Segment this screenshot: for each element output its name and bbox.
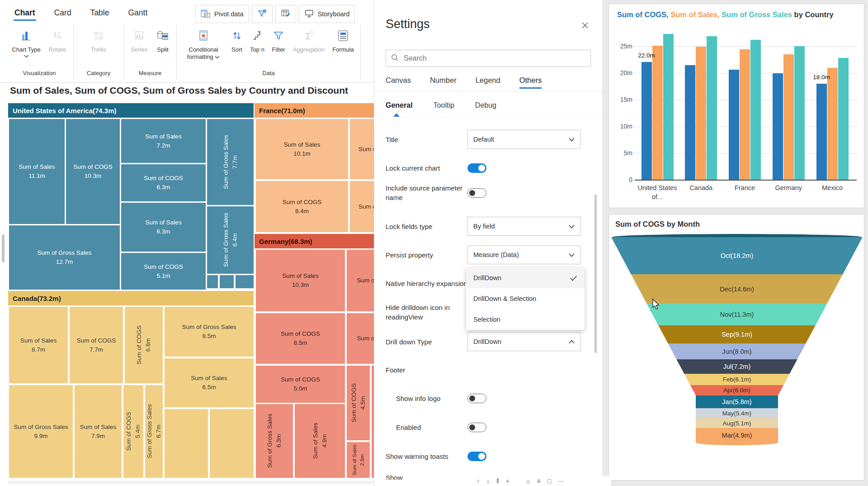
treemap-cell[interactable]: Sum of Sales 7.9m (75, 385, 122, 478)
treemap-cell[interactable] (165, 409, 208, 478)
settings-scrollbar[interactable] (594, 195, 597, 353)
treemap-horizontal-scrollbar[interactable] (8, 481, 378, 484)
ribbon-button-split[interactable]: Split (152, 28, 173, 53)
dropdown-drill-down-type[interactable]: DrillDown (467, 332, 580, 351)
treemap-cell[interactable]: Sum of Gross Sales 8.5m (165, 307, 254, 357)
up-arrow-icon[interactable]: ↑ (476, 478, 480, 484)
treemap-cell[interactable]: Sum of COGS 5.0m (256, 366, 345, 403)
ribbon-tab-card[interactable]: Card (53, 8, 72, 21)
treemap-cell[interactable]: Sum of COGS 4.5m (347, 366, 370, 440)
settings-subtab-debug[interactable]: Debug (475, 101, 496, 110)
bar-sum-of-cogs[interactable] (729, 70, 739, 180)
treemap-cell[interactable]: Sum of Sales 7.2m (121, 119, 206, 163)
treemap-cell[interactable]: Sum of Sales 10.1m (256, 119, 348, 179)
bar-sum-of-gross-sales[interactable] (838, 58, 849, 180)
treemap-cell[interactable] (236, 275, 254, 288)
bar-sum-of-cogs[interactable] (816, 84, 827, 180)
more-icon[interactable]: ⋯ (558, 478, 564, 484)
bar-sum-of-gross-sales[interactable] (707, 36, 717, 180)
funnel-segment-aug[interactable]: Aug(5.1m) (611, 418, 863, 428)
settings-tab-legend[interactable]: Legend (476, 76, 500, 89)
close-icon[interactable] (581, 21, 589, 31)
bar-sum-of-sales[interactable] (827, 68, 838, 180)
toggle-include-source-parameter-name[interactable] (467, 188, 486, 198)
treemap-cell[interactable]: Sum of COGS 5.1m (121, 253, 206, 290)
settings-tab-number[interactable]: Number (430, 76, 457, 89)
bar-sum-of-cogs[interactable] (685, 65, 695, 180)
bar-sum-of-gross-sales[interactable] (794, 46, 805, 180)
funnel-segment-apr[interactable]: Apr(6.0m) (611, 385, 863, 395)
funnel-segment-sep[interactable]: Sep(9.1m) (611, 325, 863, 343)
bar-sum-of-gross-sales[interactable] (750, 40, 761, 180)
plus-icon[interactable]: + (506, 478, 509, 484)
search-input[interactable] (403, 54, 586, 63)
ribbon-button-top-n[interactable]: Top n (247, 28, 268, 53)
dropdown-title[interactable]: Default (467, 130, 580, 149)
treemap-cell[interactable]: Sum of COGS 6.8m (125, 307, 163, 383)
treemap-cell[interactable]: Sum of Gross Sales 12.7m (9, 225, 120, 290)
treemap-cell[interactable]: Sum of Sales 11.1m (9, 119, 65, 224)
bar-sum-of-cogs[interactable] (773, 73, 783, 180)
settings-subtab-tooltip[interactable]: Tooltip (434, 101, 454, 110)
treemap-cell[interactable]: Sum of COGS 6.3m (121, 164, 206, 201)
settings-subtab-general[interactable]: General (386, 101, 413, 110)
ribbon-button-sort[interactable]: Sort (228, 28, 246, 53)
treemap-cell[interactable]: Sum of Gross Sales 6.7m (145, 385, 163, 478)
toggle-show-warning-toasts[interactable] (467, 452, 486, 461)
ribbon-button-chart-type[interactable]: Chart Type (9, 28, 44, 58)
ribbon-button-conditional-formatting[interactable]: Conditional formatting (180, 28, 227, 60)
storyboard-button[interactable]: Storyboard (299, 5, 355, 23)
ribbon-button-filter[interactable]: Filter (269, 28, 288, 53)
menu-item-drilldown-selection[interactable]: DrillDown & Selection (466, 288, 585, 309)
treemap-cell[interactable]: Sum of COGS 7.7m (70, 307, 123, 383)
treemap-cell[interactable]: Sum of Gross Sales 6.3m (256, 404, 293, 478)
treemap-cell[interactable]: Sum of Gross Sales 7.7m (207, 119, 254, 205)
down-arrow-icon[interactable]: ↓ (486, 478, 490, 484)
pivot-data-button[interactable]: Pivot data (195, 5, 249, 23)
bar-sum-of-gross-sales[interactable] (663, 34, 674, 180)
funnel-segment-jan[interactable]: Jan(5.8m) (611, 395, 863, 408)
ribbon-button-formula[interactable]: Formula (329, 28, 357, 53)
home-icon[interactable]: ⌂ (526, 478, 530, 484)
toggle-lock-current-chart[interactable] (467, 163, 486, 173)
menu-item-drilldown[interactable]: DrillDown (466, 267, 585, 288)
dropdown-lock-fields-type[interactable]: By field (467, 217, 580, 236)
bar-sum-of-sales[interactable] (783, 54, 794, 180)
treemap-cell[interactable]: Sum of Sales 10.3m (256, 250, 345, 311)
treemap-cell[interactable]: Sum of Sales 4.9m (295, 404, 345, 478)
treemap-cell[interactable]: Sum of Sales 6.5m (165, 358, 254, 407)
funnel-segment-jun[interactable]: Jun(8.0m) (611, 343, 863, 359)
treemap-cell[interactable]: Sum of COGS 8.4m (256, 181, 348, 232)
toggle-enabled[interactable] (467, 423, 486, 432)
funnel-segment-feb[interactable]: Feb(6.1m) (611, 374, 863, 385)
expand-icon[interactable]: □ (547, 478, 551, 484)
bar-sum-of-sales[interactable] (652, 46, 663, 180)
menu-icon[interactable]: ≡ (537, 478, 540, 484)
treemap-cell[interactable]: Sum of COGS 10.3m (66, 119, 120, 224)
treemap-region-header[interactable]: Canada(73.2m) (8, 291, 254, 305)
treemap-vertical-scrollbar[interactable] (2, 234, 5, 262)
treemap-cell[interactable] (220, 275, 234, 288)
ribbon-tab-table[interactable]: Table (90, 8, 110, 21)
treemap-cell[interactable]: Sum of Sales 2.5m (347, 442, 370, 478)
settings-tab-others[interactable]: Others (519, 76, 542, 89)
treemap-cell[interactable] (210, 409, 254, 478)
treemap-cell[interactable]: Sum of Gross Sales 9.9m (9, 385, 73, 478)
treemap-cell[interactable]: Sum of Gross Sales 6.4m (207, 206, 254, 274)
treemap-cell[interactable]: Sum of COGS 5.4m (123, 385, 143, 478)
dropdown-persist-property[interactable]: Measure (Data) (467, 245, 580, 264)
treemap-cell[interactable]: Sum of COGS 8.5m (256, 313, 345, 364)
treemap-cell[interactable] (207, 275, 218, 288)
funnel-segment-dec[interactable]: Dec(14.6m) (611, 274, 863, 304)
toggle-show-info-logo[interactable] (467, 394, 486, 403)
filter-badge-icon-button[interactable] (252, 5, 273, 23)
settings-tab-canvas[interactable]: Canvas (386, 76, 411, 89)
bar-sum-of-sales[interactable] (696, 47, 706, 180)
menu-item-selection[interactable]: Selection (466, 309, 585, 330)
funnel-segment-oct[interactable]: Oct(18.2m) (611, 237, 863, 274)
funnel-segment-may[interactable]: May(5.4m) (611, 408, 863, 418)
table-edit-icon-button[interactable] (275, 5, 296, 23)
bar-sum-of-cogs[interactable] (642, 62, 652, 180)
bar-sum-of-sales[interactable] (740, 49, 750, 180)
treemap-region-header[interactable]: United States of America(74.3m) (8, 103, 254, 118)
